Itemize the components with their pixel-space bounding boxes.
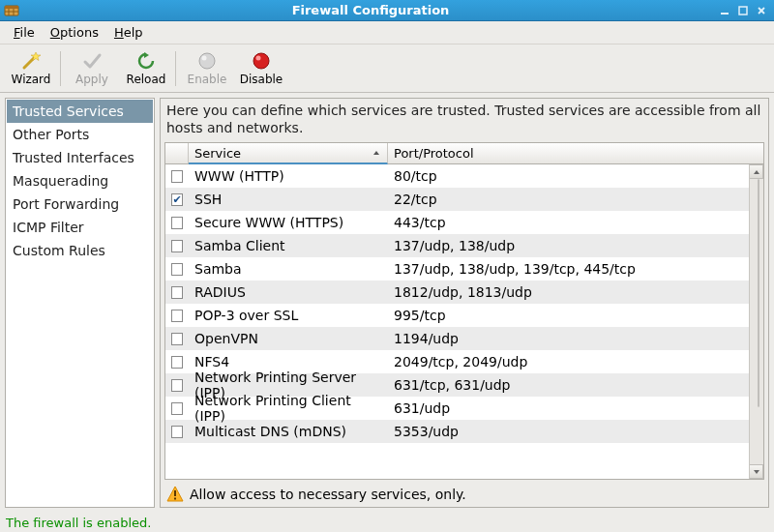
row-checkbox-cell [165, 426, 189, 438]
row-checkbox-cell [165, 310, 189, 322]
row-checkbox-cell [165, 263, 189, 276]
service-checkbox[interactable] [171, 426, 183, 438]
table-row[interactable]: OpenVPN1194/udp [165, 327, 763, 350]
svg-rect-20 [174, 490, 176, 496]
service-name: SSH [189, 192, 388, 207]
table-body: WWW (HTTP)80/tcp✔SSH22/tcpSecure WWW (HT… [165, 164, 763, 479]
scroll-down-button[interactable] [750, 464, 763, 479]
service-checkbox[interactable] [171, 170, 183, 183]
table-row[interactable]: ✔SSH22/tcp [165, 188, 763, 211]
service-name: Secure WWW (HTTPS) [189, 215, 388, 230]
menu-file[interactable]: File [6, 23, 43, 42]
minimize-button[interactable] [716, 3, 733, 18]
sort-indicator-icon [372, 148, 381, 158]
table-header: Service Port/Protocol [165, 143, 763, 164]
pane-description: Here you can define which services are t… [161, 99, 768, 142]
sidebar-item-port-forwarding[interactable]: Port Forwarding [7, 192, 153, 216]
content-pane: Here you can define which services are t… [160, 98, 769, 508]
scroll-thumb[interactable] [758, 179, 759, 407]
sidebar-item-trusted-services[interactable]: Trusted Services [7, 100, 153, 123]
col-checkbox[interactable] [165, 143, 189, 163]
service-checkbox[interactable] [171, 402, 183, 415]
svg-marker-11 [144, 52, 149, 58]
reload-button[interactable]: Reload [119, 46, 173, 91]
sidebar-item-label: Port Forwarding [13, 196, 119, 212]
notice-text: Allow access to necessary services, only… [190, 487, 466, 502]
reload-icon [135, 50, 157, 72]
sidebar-item-trusted-interfaces[interactable]: Trusted Interfaces [7, 146, 153, 169]
disable-button[interactable]: Disable [234, 46, 288, 91]
service-checkbox[interactable] [171, 310, 183, 322]
toolbar-separator [60, 51, 61, 86]
table-row[interactable]: Samba137/udp, 138/udp, 139/tcp, 445/tcp [165, 257, 763, 281]
table-row[interactable]: WWW (HTTP)80/tcp [165, 164, 763, 188]
sidebar-item-custom-rules[interactable]: Custom Rules [7, 239, 153, 262]
enable-label: Enable [188, 73, 227, 86]
reload-label: Reload [127, 73, 166, 86]
sidebar-item-label: ICMP Filter [13, 220, 84, 235]
wizard-button[interactable]: Wizard [4, 46, 58, 91]
scroll-up-button[interactable] [750, 164, 763, 179]
service-checkbox[interactable] [171, 356, 183, 369]
sidebar-item-label: Other Ports [13, 127, 89, 142]
service-name: Multicast DNS (mDNS) [189, 424, 388, 439]
sidebar-item-icmp-filter[interactable]: ICMP Filter [7, 216, 153, 239]
row-checkbox-cell [165, 240, 189, 252]
firewall-config-window: Firewall Configuration File Options Help… [0, 0, 774, 532]
col-service-label: Service [194, 146, 241, 161]
service-name: OpenVPN [189, 331, 388, 346]
service-port: 2049/tcp, 2049/udp [388, 354, 763, 369]
svg-rect-1 [5, 6, 18, 9]
sidebar-item-label: Masquerading [13, 173, 108, 189]
service-checkbox[interactable]: ✔ [171, 193, 183, 206]
col-service[interactable]: Service [189, 143, 388, 164]
row-checkbox-cell [165, 286, 189, 299]
enable-button[interactable]: Enable [180, 46, 234, 91]
service-name: POP-3 over SSL [189, 308, 388, 323]
disable-icon [251, 50, 272, 72]
table-row[interactable]: Network Printing Client (IPP)631/udp [165, 397, 763, 420]
row-checkbox-cell [165, 356, 189, 369]
app-icon [4, 3, 19, 18]
maximize-button[interactable] [734, 3, 752, 18]
service-checkbox[interactable] [171, 240, 183, 252]
service-port: 137/udp, 138/udp, 139/tcp, 445/tcp [388, 261, 763, 277]
apply-button[interactable]: Apply [65, 46, 119, 91]
svg-point-15 [256, 56, 261, 61]
svg-rect-5 [721, 13, 729, 15]
table-row[interactable]: POP-3 over SSL995/tcp [165, 304, 763, 327]
service-checkbox[interactable] [171, 379, 183, 392]
col-port[interactable]: Port/Protocol [388, 143, 763, 163]
enable-icon [196, 50, 218, 72]
table-row[interactable]: RADIUS1812/udp, 1813/udp [165, 281, 763, 304]
svg-rect-6 [739, 7, 747, 15]
services-table: Service Port/Protocol WWW (HTTP)80/tcp✔S… [164, 142, 764, 480]
svg-point-13 [202, 56, 207, 61]
menu-options[interactable]: Options [43, 23, 106, 42]
service-name: NFS4 [189, 354, 388, 369]
wand-icon [20, 50, 42, 72]
sidebar-item-masquerading[interactable]: Masquerading [7, 169, 153, 192]
window-title: Firewall Configuration [25, 3, 716, 17]
row-checkbox-cell: ✔ [165, 193, 189, 206]
toolbar: Wizard Apply Reload Enable Disable [0, 44, 774, 93]
table-row[interactable]: Secure WWW (HTTPS)443/tcp [165, 211, 763, 234]
service-checkbox[interactable] [171, 333, 183, 345]
check-icon [81, 50, 103, 72]
service-checkbox[interactable] [171, 286, 183, 299]
close-button[interactable] [753, 3, 770, 18]
table-row[interactable]: Samba Client137/udp, 138/udp [165, 234, 763, 257]
table-row[interactable]: Multicast DNS (mDNS)5353/udp [165, 420, 763, 443]
service-checkbox[interactable] [171, 217, 183, 229]
status-text: The firewall is enabled. [6, 516, 151, 530]
service-port: 22/tcp [388, 192, 763, 207]
service-port: 1194/udp [388, 331, 763, 346]
service-checkbox[interactable] [171, 263, 183, 276]
col-port-label: Port/Protocol [394, 146, 474, 161]
service-port: 137/udp, 138/udp [388, 238, 763, 253]
disable-label: Disable [240, 73, 283, 86]
menu-help[interactable]: Help [106, 23, 151, 42]
vertical-scrollbar[interactable] [749, 164, 763, 479]
sidebar-item-other-ports[interactable]: Other Ports [7, 123, 153, 146]
svg-point-14 [253, 53, 269, 69]
